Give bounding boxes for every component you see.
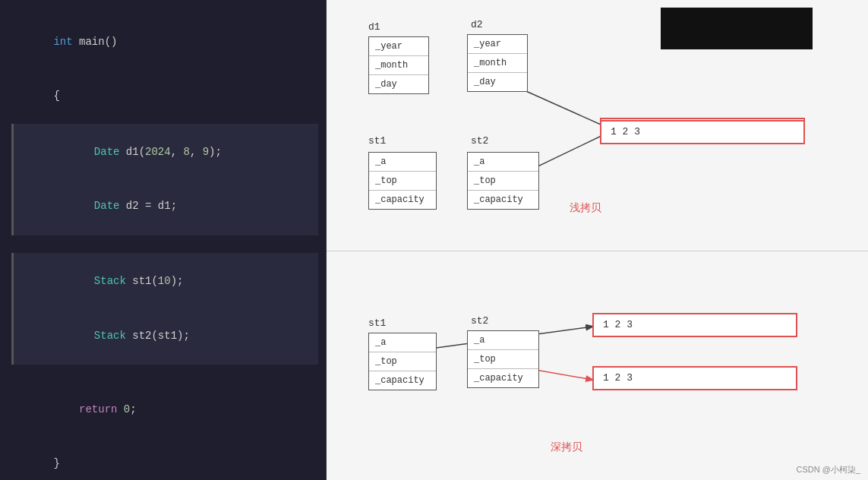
function-name: main() (79, 36, 117, 48)
watermark: CSDN @小柯柒_ (796, 464, 860, 475)
st2-top-box: _a _top _capacity (467, 152, 539, 210)
st2-bot-box: _a _top _capacity (467, 330, 539, 388)
st1-bot-label: st1 (368, 317, 386, 329)
code-line-4: Date d2 = d1; (17, 179, 318, 233)
code-line-10: } (15, 437, 318, 480)
keyword-int: int (53, 36, 79, 48)
d1-month-field: _month (369, 56, 428, 75)
d1-box: _year _month _day (368, 36, 429, 94)
d2-box: _year _month _day (467, 34, 528, 92)
d2-year-field: _year (468, 35, 527, 54)
st2-bot-top-field: _top (468, 350, 538, 369)
st1-cap-field: _capacity (369, 191, 436, 209)
code-line-8 (15, 365, 318, 383)
stack-block: Stack st1(10); Stack st2(st1); (11, 253, 318, 365)
shallow-copy-label: 浅拷贝 (570, 201, 601, 215)
st1-top-field: _top (369, 172, 436, 191)
d2-day-field: _day (468, 73, 527, 91)
bot-array1-box: 1 2 3 (592, 313, 797, 337)
d1-year-field: _year (369, 37, 428, 56)
code-panel: int main() { Date d1(2024, 8, 9); Date d… (0, 0, 327, 480)
diagram-panel: d1 _year _month _day d2 _year _month _da… (327, 0, 868, 480)
st1-bot-top-field: _top (369, 352, 436, 371)
mid-array-content: 1 2 3 (611, 126, 640, 137)
date-block: Date d1(2024, 8, 9); Date d2 = d1; (11, 124, 318, 235)
black-redact-box (661, 8, 813, 49)
bot-array2-content: 1 2 3 (603, 372, 633, 384)
d1-day-field: _day (369, 75, 428, 93)
code-line-3: Date d1(2024, 8, 9); (17, 125, 318, 179)
st2-top-label: st2 (471, 135, 488, 147)
code-line-5 (15, 235, 318, 254)
divider-1 (327, 251, 868, 251)
deep-copy-label: 深拷贝 (551, 441, 582, 454)
bot-array2-box: 1 2 3 (592, 366, 797, 390)
st2-cap-field: _capacity (468, 191, 538, 209)
st2-bot-label: st2 (471, 315, 488, 327)
code-line-6: Stack st1(10); (17, 254, 318, 308)
st2-a-field: _a (468, 153, 538, 172)
st1-bot-box: _a _top _capacity (368, 333, 437, 390)
st1-top-label: st1 (368, 135, 386, 147)
st2-bot-cap-field: _capacity (468, 369, 538, 387)
mid-array-box: 1 2 3 (600, 120, 805, 144)
d2-label: d2 (471, 19, 483, 30)
st1-a-field: _a (369, 153, 436, 172)
code-line-7: Stack st2(st1); (17, 309, 318, 363)
code-line-1: int main() (15, 15, 318, 69)
st2-bot-a-field: _a (468, 331, 538, 350)
d2-month-field: _month (468, 54, 527, 73)
code-line-2: { (15, 69, 318, 123)
st1-top-box: _a _top _capacity (368, 152, 437, 210)
st1-bot-a-field: _a (369, 333, 436, 352)
main-container: int main() { Date d1(2024, 8, 9); Date d… (0, 0, 868, 480)
d1-label: d1 (368, 21, 380, 33)
st1-bot-cap-field: _capacity (369, 371, 436, 390)
st2-top-field: _top (468, 172, 538, 191)
code-line-9: return 0; (15, 383, 318, 437)
bot-array1-content: 1 2 3 (603, 319, 633, 330)
